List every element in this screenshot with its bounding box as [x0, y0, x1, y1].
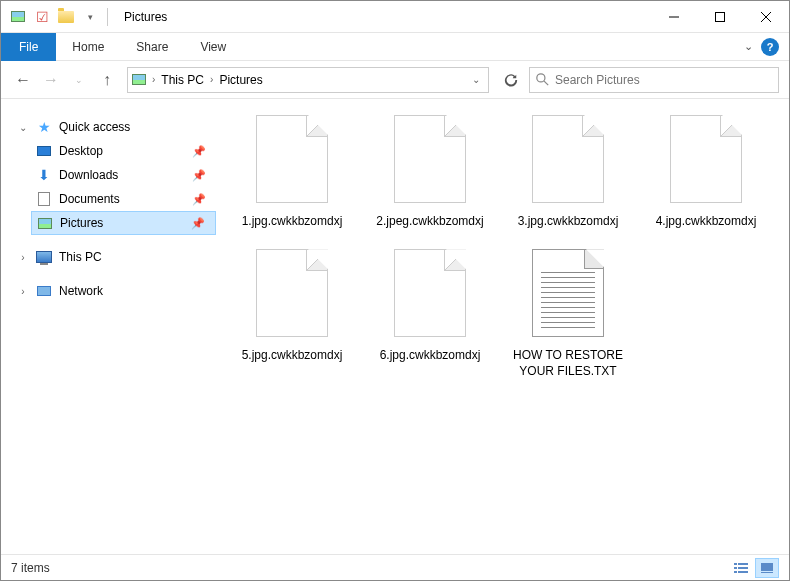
properties-icon[interactable]: ☑: [31, 6, 53, 28]
expand-ribbon-icon[interactable]: ⌄: [744, 40, 753, 53]
unknown-file-icon: [394, 115, 466, 203]
text-file-icon: [532, 249, 604, 337]
recent-dropdown[interactable]: ⌄: [67, 68, 91, 92]
crumb-pictures[interactable]: Pictures: [219, 73, 262, 87]
back-button[interactable]: ←: [11, 68, 35, 92]
file-name: 2.jpeg.cwkkbzomdxj: [376, 213, 483, 229]
unknown-file-icon: [532, 115, 604, 203]
svg-rect-9: [738, 567, 748, 569]
file-item[interactable]: 1.jpg.cwkkbzomdxj: [228, 115, 356, 229]
svg-rect-10: [734, 571, 737, 573]
ribbon: File Home Share View ⌄ ?: [1, 33, 789, 61]
chevron-right-icon[interactable]: ›: [152, 74, 155, 85]
pin-icon: 📌: [192, 169, 206, 182]
file-item[interactable]: 2.jpeg.cwkkbzomdxj: [366, 115, 494, 229]
sidebar-item-label: This PC: [59, 250, 102, 264]
details-view-button[interactable]: [729, 558, 753, 578]
location-icon: [132, 74, 146, 85]
file-item[interactable]: 3.jpg.cwkkbzomdxj: [504, 115, 632, 229]
pin-icon: 📌: [192, 145, 206, 158]
search-icon: [536, 73, 549, 86]
sidebar-item-label: Pictures: [60, 216, 103, 230]
maximize-button[interactable]: [697, 1, 743, 33]
file-item[interactable]: HOW TO RESTORE YOUR FILES.TXT: [504, 249, 632, 379]
downloads-icon: ⬇: [35, 166, 53, 184]
svg-rect-11: [738, 571, 748, 573]
sidebar-item-pictures[interactable]: Pictures📌: [31, 211, 216, 235]
file-list[interactable]: 1.jpg.cwkkbzomdxj2.jpeg.cwkkbzomdxj3.jpg…: [216, 99, 789, 554]
chevron-right-icon[interactable]: ›: [210, 74, 213, 85]
file-tab[interactable]: File: [1, 33, 56, 61]
svg-rect-7: [738, 563, 748, 565]
sidebar-quick-access[interactable]: ⌄ ★ Quick access: [13, 115, 216, 139]
chevron-icon[interactable]: ›: [17, 286, 29, 297]
svg-rect-1: [716, 12, 725, 21]
sidebar-this-pc[interactable]: › This PC: [13, 245, 216, 269]
sidebar-item-label: Network: [59, 284, 103, 298]
forward-button[interactable]: →: [39, 68, 63, 92]
chevron-icon[interactable]: ›: [17, 252, 29, 263]
up-button[interactable]: ↑: [95, 68, 119, 92]
sidebar-item-label: Desktop: [59, 144, 103, 158]
file-name: 6.jpg.cwkkbzomdxj: [380, 347, 481, 363]
sidebar-item-label: Downloads: [59, 168, 118, 182]
file-item[interactable]: 6.jpg.cwkkbzomdxj: [366, 249, 494, 379]
sidebar-item-label: Documents: [59, 192, 120, 206]
statusbar: 7 items: [1, 554, 789, 580]
svg-line-5: [544, 81, 548, 85]
svg-point-4: [537, 74, 545, 82]
star-icon: ★: [35, 118, 53, 136]
file-item[interactable]: 5.jpg.cwkkbzomdxj: [228, 249, 356, 379]
tab-home[interactable]: Home: [56, 33, 120, 61]
qat-dropdown-icon[interactable]: ▾: [79, 6, 101, 28]
window-controls: [651, 1, 789, 33]
minimize-button[interactable]: [651, 1, 697, 33]
desktop-icon: [35, 142, 53, 160]
refresh-button[interactable]: [497, 67, 525, 93]
file-name: HOW TO RESTORE YOUR FILES.TXT: [508, 347, 628, 379]
unknown-file-icon: [256, 115, 328, 203]
file-item[interactable]: 4.jpg.cwkkbzomdxj: [642, 115, 770, 229]
sidebar-item-documents[interactable]: Documents📌: [31, 187, 216, 211]
tab-view[interactable]: View: [184, 33, 242, 61]
search-input[interactable]: [555, 73, 772, 87]
svg-rect-13: [761, 572, 773, 573]
file-name: 4.jpg.cwkkbzomdxj: [656, 213, 757, 229]
unknown-file-icon: [670, 115, 742, 203]
svg-rect-6: [734, 563, 737, 565]
search-box[interactable]: [529, 67, 779, 93]
help-icon[interactable]: ?: [761, 38, 779, 56]
network-icon: [35, 282, 53, 300]
unknown-file-icon: [394, 249, 466, 337]
sidebar-network[interactable]: › Network: [13, 279, 216, 303]
quick-access-toolbar: ☑ ▾: [1, 6, 118, 28]
file-name: 3.jpg.cwkkbzomdxj: [518, 213, 619, 229]
sidebar-item-downloads[interactable]: ⬇Downloads📌: [31, 163, 216, 187]
folder-icon[interactable]: [55, 6, 77, 28]
svg-rect-8: [734, 567, 737, 569]
pc-icon: [35, 248, 53, 266]
navigation-pane: ⌄ ★ Quick access Desktop📌⬇Downloads📌Docu…: [1, 99, 216, 554]
navbar: ← → ⌄ ↑ › This PC › Pictures ⌄: [1, 61, 789, 99]
content-area: ⌄ ★ Quick access Desktop📌⬇Downloads📌Docu…: [1, 99, 789, 554]
item-count: 7 items: [11, 561, 50, 575]
sidebar-item-label: Quick access: [59, 120, 130, 134]
file-name: 5.jpg.cwkkbzomdxj: [242, 347, 343, 363]
sidebar-item-desktop[interactable]: Desktop📌: [31, 139, 216, 163]
separator: [107, 8, 108, 26]
pin-icon: 📌: [191, 217, 205, 230]
window-title: Pictures: [124, 10, 167, 24]
svg-rect-12: [761, 563, 773, 571]
close-button[interactable]: [743, 1, 789, 33]
crumb-this-pc[interactable]: This PC: [161, 73, 204, 87]
address-dropdown-icon[interactable]: ⌄: [468, 74, 484, 85]
app-icon: [7, 6, 29, 28]
chevron-down-icon[interactable]: ⌄: [17, 122, 29, 133]
tab-share[interactable]: Share: [120, 33, 184, 61]
documents-icon: [35, 190, 53, 208]
large-icons-view-button[interactable]: [755, 558, 779, 578]
pictures-icon: [36, 214, 54, 232]
titlebar: ☑ ▾ Pictures: [1, 1, 789, 33]
unknown-file-icon: [256, 249, 328, 337]
address-bar[interactable]: › This PC › Pictures ⌄: [127, 67, 489, 93]
